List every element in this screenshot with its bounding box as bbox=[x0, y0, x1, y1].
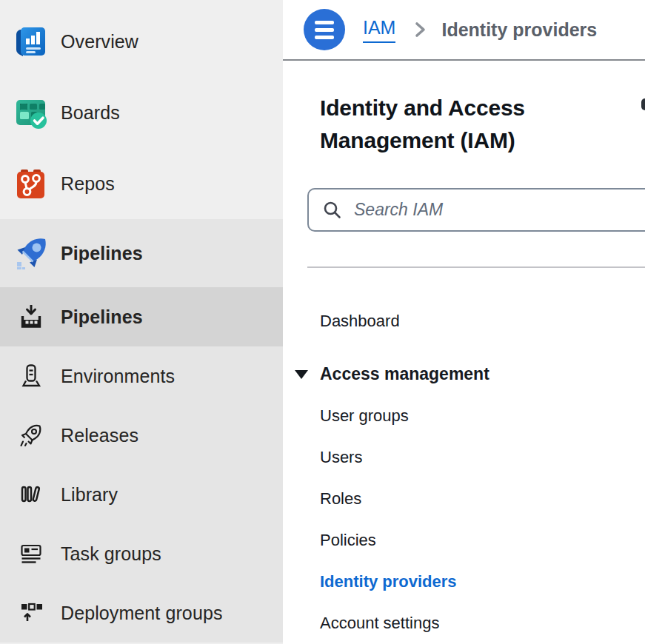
pipelines-builds-icon bbox=[10, 296, 52, 338]
nav-item-roles[interactable]: Roles bbox=[320, 478, 645, 520]
sidebar-item-overview[interactable]: Overview bbox=[0, 6, 283, 77]
sidebar-item-label: Task groups bbox=[61, 543, 161, 565]
sidebar-item-label: Repos bbox=[61, 173, 115, 195]
iam-console-panel: IAM Identity providers Identity and Acce… bbox=[283, 0, 645, 644]
sidebar-item-environments[interactable]: Environments bbox=[0, 346, 283, 406]
pipelines-rocket-icon bbox=[10, 232, 52, 274]
nav-item-users[interactable]: Users bbox=[320, 437, 645, 478]
project-sidebar: Overview bbox=[0, 0, 283, 644]
breadcrumb-link-iam[interactable]: IAM bbox=[363, 17, 395, 43]
overview-icon bbox=[10, 21, 52, 62]
boards-icon bbox=[10, 92, 52, 133]
pipelines-expanded-group: Pipelines Pipelines bbox=[0, 219, 283, 643]
iam-search-box[interactable] bbox=[307, 188, 645, 232]
sidebar-item-label: Library bbox=[61, 484, 118, 506]
app-window: Overview bbox=[0, 0, 645, 644]
hamburger-menu-button[interactable] bbox=[304, 9, 345, 50]
sidebar-item-label: Overview bbox=[61, 31, 138, 53]
page-title: Identity and Access Management (IAM) bbox=[320, 92, 568, 157]
iam-nav-list: Dashboard Access management User groups … bbox=[320, 301, 645, 644]
hamburger-menu-icon bbox=[315, 21, 334, 24]
breadcrumb-chevron-icon bbox=[412, 19, 428, 40]
releases-rocket-icon bbox=[10, 415, 52, 456]
nav-item-account-settings[interactable]: Account settings bbox=[320, 603, 645, 644]
sidebar-item-label: Environments bbox=[61, 366, 175, 387]
sidebar-item-library[interactable]: Library bbox=[0, 465, 283, 524]
sidebar-item-label: Pipelines bbox=[61, 243, 143, 264]
panel-collapse-icon[interactable] bbox=[641, 98, 645, 110]
nav-item-identity-providers[interactable]: Identity providers bbox=[320, 561, 645, 603]
breadcrumb-current: Identity providers bbox=[441, 19, 597, 41]
nav-item-user-groups[interactable]: User groups bbox=[320, 395, 645, 437]
nav-section-label: Access management bbox=[320, 364, 489, 384]
breadcrumb-bar: IAM Identity providers bbox=[283, 0, 645, 61]
deployment-groups-icon bbox=[10, 592, 52, 634]
sidebar-item-deployment-groups[interactable]: Deployment groups bbox=[0, 583, 283, 643]
task-groups-icon bbox=[10, 533, 52, 574]
sidebar-item-label: Releases bbox=[61, 425, 138, 446]
nav-divider bbox=[307, 266, 645, 268]
nav-item-policies[interactable]: Policies bbox=[320, 520, 645, 561]
sidebar-item-boards[interactable]: Boards bbox=[0, 77, 283, 148]
section-collapse-caret-icon[interactable] bbox=[295, 370, 308, 379]
search-input[interactable] bbox=[354, 200, 576, 220]
sidebar-item-releases[interactable]: Releases bbox=[0, 406, 283, 465]
sidebar-item-pipelines-builds[interactable]: Pipelines bbox=[0, 287, 283, 346]
repos-icon bbox=[10, 163, 52, 204]
sidebar-item-pipelines[interactable]: Pipelines bbox=[0, 219, 283, 287]
sidebar-item-task-groups[interactable]: Task groups bbox=[0, 524, 283, 583]
search-icon bbox=[322, 200, 342, 220]
sidebar-item-label: Pipelines bbox=[61, 306, 143, 328]
sidebar-item-label: Boards bbox=[61, 102, 120, 124]
sidebar-item-label: Deployment groups bbox=[61, 603, 223, 624]
iam-side-nav: Identity and Access Management (IAM) Das… bbox=[283, 92, 645, 644]
environments-icon bbox=[10, 355, 52, 397]
sidebar-item-repos[interactable]: Repos bbox=[0, 148, 283, 219]
nav-section-access-management[interactable]: Access management bbox=[320, 352, 645, 395]
nav-item-dashboard[interactable]: Dashboard bbox=[320, 301, 645, 342]
library-icon bbox=[10, 474, 52, 515]
